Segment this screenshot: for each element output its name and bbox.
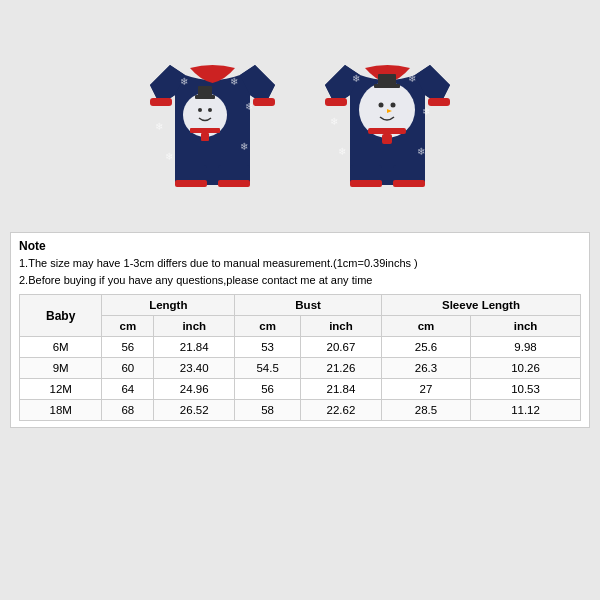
svg-rect-29 [378,74,396,86]
size-cell: 12M [20,379,102,400]
length-cm-cell: 68 [102,400,154,421]
bust-cm-header: cm [235,316,301,337]
note-line1: 1.The size may have 1-3cm differs due to… [19,255,581,272]
svg-rect-21 [325,98,347,106]
svg-text:❄: ❄ [338,146,346,157]
bust-inch-cell: 21.84 [300,379,381,400]
sleeve-cm-cell: 26.3 [381,358,470,379]
svg-point-11 [208,108,212,112]
bust-cm-cell: 56 [235,379,301,400]
svg-text:❄: ❄ [240,141,248,152]
table-row: 9M 60 23.40 54.5 21.26 26.3 10.26 [20,358,581,379]
bust-cm-cell: 53 [235,337,301,358]
size-cell: 6M [20,337,102,358]
svg-text:❄: ❄ [330,116,338,127]
bust-inch-cell: 22.62 [300,400,381,421]
bust-header: Bust [235,295,382,316]
note-line2: 2.Before buying if you have any question… [19,272,581,289]
svg-rect-22 [428,98,450,106]
svg-text:❄: ❄ [352,73,360,84]
svg-rect-25 [350,180,382,187]
main-container: ❄ ❄ ❄ ❄ ❄ ❄ [0,0,600,600]
size-table-section: Note 1.The size may have 1-3cm differs d… [10,232,590,428]
table-row: 6M 56 21.84 53 20.67 25.6 9.98 [20,337,581,358]
bust-inch-cell: 20.67 [300,337,381,358]
length-inch-cell: 24.96 [154,379,235,400]
size-cell: 9M [20,358,102,379]
svg-text:❄: ❄ [180,76,188,87]
svg-rect-2 [253,98,275,106]
size-table: Baby Length Bust Sleeve Length cm inch c… [19,294,581,421]
sleeve-inch-cell: 10.26 [471,358,581,379]
length-cm-cell: 64 [102,379,154,400]
size-cell: 18M [20,400,102,421]
sleeve-inch-cell: 9.98 [471,337,581,358]
svg-point-10 [198,108,202,112]
svg-text:❄: ❄ [408,73,416,84]
sleeve-cm-cell: 28.5 [381,400,470,421]
svg-rect-26 [393,180,425,187]
onesie-back-image: ❄ ❄ ❄ ❄ ❄ ❄ [310,10,465,220]
svg-text:❄: ❄ [155,121,163,132]
onesie-front-image: ❄ ❄ ❄ ❄ ❄ ❄ [135,10,290,220]
svg-rect-33 [382,134,392,144]
svg-text:❄: ❄ [165,151,173,162]
category-header: Baby [20,295,102,337]
length-cm-header: cm [102,316,154,337]
table-row: 12M 64 24.96 56 21.84 27 10.53 [20,379,581,400]
product-images: ❄ ❄ ❄ ❄ ❄ ❄ [135,10,465,220]
bust-cm-cell: 54.5 [235,358,301,379]
bust-cm-cell: 58 [235,400,301,421]
sleeve-inch-cell: 10.53 [471,379,581,400]
length-inch-cell: 23.40 [154,358,235,379]
length-inch-header: inch [154,316,235,337]
length-cm-cell: 60 [102,358,154,379]
svg-point-31 [391,103,396,108]
svg-text:❄: ❄ [230,76,238,87]
sleeve-cm-header: cm [381,316,470,337]
svg-text:❄: ❄ [245,101,253,112]
svg-point-30 [379,103,384,108]
svg-rect-12 [190,128,220,133]
bust-inch-header: inch [300,316,381,337]
svg-rect-5 [175,180,207,187]
length-inch-cell: 26.52 [154,400,235,421]
sleeve-cm-cell: 27 [381,379,470,400]
length-cm-cell: 56 [102,337,154,358]
note-section: Note 1.The size may have 1-3cm differs d… [19,239,581,288]
note-title: Note [19,239,581,253]
length-inch-cell: 21.84 [154,337,235,358]
sleeve-header: Sleeve Length [381,295,580,316]
bust-inch-cell: 21.26 [300,358,381,379]
svg-rect-32 [368,128,406,134]
sleeve-inch-cell: 11.12 [471,400,581,421]
svg-rect-13 [201,133,209,141]
svg-rect-6 [218,180,250,187]
svg-text:❄: ❄ [422,106,430,117]
svg-rect-1 [150,98,172,106]
svg-rect-9 [198,86,212,96]
length-header: Length [102,295,235,316]
svg-text:❄: ❄ [417,146,425,157]
sleeve-inch-header: inch [471,316,581,337]
table-row: 18M 68 26.52 58 22.62 28.5 11.12 [20,400,581,421]
sleeve-cm-cell: 25.6 [381,337,470,358]
